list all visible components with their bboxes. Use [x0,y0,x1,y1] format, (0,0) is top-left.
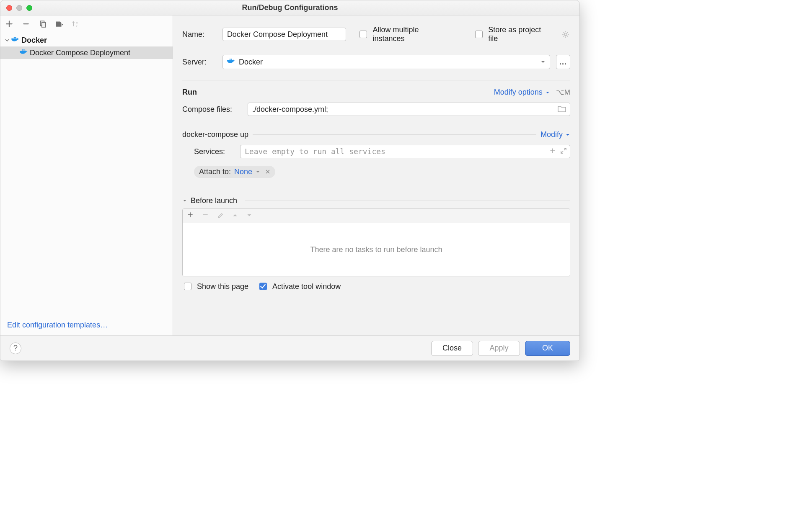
run-section-title: Run [182,88,197,97]
chevron-down-icon [182,196,187,205]
gear-icon[interactable] [561,30,570,39]
modify-link[interactable]: Modify [540,130,570,139]
content-split: az Docker Docker Compose [0,15,579,335]
titlebar: Run/Debug Configurations [0,0,579,15]
sort-config-icon[interactable]: az [72,19,81,28]
before-launch-empty: There are no tasks to run before launch [183,223,570,276]
svg-point-14 [564,33,567,36]
move-down-icon[interactable] [246,211,252,220]
store-project-checkbox[interactable]: Store as project file [473,26,553,43]
edit-templates-link[interactable]: Edit configuration templates… [0,321,173,335]
server-value: Docker [239,58,263,67]
divider [182,80,570,80]
run-section-head: Run Modify options ⌥M [182,88,570,97]
services-row: Services: [194,145,570,158]
remove-config-icon[interactable] [21,19,31,28]
attach-to-chip[interactable]: Attach to: None [194,166,275,178]
tree-group-label: Docker [21,36,47,45]
add-config-icon[interactable] [5,19,14,28]
close-icon[interactable] [265,167,270,176]
tree-item-docker-compose[interactable]: Docker Compose Deployment [0,46,173,59]
expand-icon[interactable] [560,147,567,156]
copy-config-icon[interactable] [38,19,47,28]
modify-options-link[interactable]: Modify options [494,88,550,97]
add-task-icon[interactable] [187,211,194,220]
chevron-down-icon [545,90,550,95]
modify-label: Modify [540,130,563,139]
activate-tool-input[interactable] [259,283,267,290]
dialog-window: Run/Debug Configurations az [0,0,580,361]
edit-task-icon[interactable] [217,211,224,220]
server-select[interactable]: Docker [222,55,550,69]
show-page-input[interactable] [184,283,191,290]
sidebar-toolbar: az [0,15,173,32]
svg-rect-12 [22,49,23,51]
compose-files-field[interactable] [248,103,570,116]
modify-options-shortcut: ⌥M [556,88,570,97]
close-button-label: Close [442,344,462,353]
svg-rect-1 [42,22,46,27]
svg-rect-18 [230,59,231,60]
svg-rect-19 [231,59,232,60]
edit-templates-link-text[interactable]: Edit configuration templates… [7,321,108,329]
folder-icon[interactable] [558,105,566,115]
before-launch-head[interactable]: Before launch [182,196,570,205]
svg-rect-8 [15,37,16,38]
compose-up-label: docker-compose up [182,130,248,139]
activate-tool-checkbox[interactable]: Activate tool window [258,281,341,291]
save-config-icon[interactable] [55,19,64,28]
allow-multiple-input[interactable] [359,31,367,38]
compose-files-label: Compose files: [182,105,242,114]
services-label: Services: [194,147,234,156]
compose-files-row: Compose files: [182,103,570,116]
sidebar: az Docker Docker Compose [0,15,173,335]
chevron-down-icon [565,132,570,137]
attach-to-value: None [234,167,252,176]
svg-text:a: a [76,20,78,24]
chevron-down-icon[interactable] [5,36,10,45]
remove-task-icon[interactable] [202,211,209,220]
attach-chip-row: Attach to: None [182,166,570,178]
before-launch-label: Before launch [191,196,237,205]
compose-up-head: docker-compose up Modify [182,130,570,139]
close-button[interactable]: Close [431,341,473,356]
svg-rect-13 [23,49,25,51]
config-tree[interactable]: Docker Docker Compose Deployment [0,32,173,321]
ok-button-label: OK [542,344,553,353]
move-up-icon[interactable] [232,211,238,220]
name-row: Name: Allow multiple instances Store as … [182,26,570,43]
apply-button[interactable]: Apply [478,341,520,356]
modify-options-label: Modify options [494,88,543,97]
footer-checks: Show this page Activate tool window [182,281,570,291]
before-launch-panel: There are no tasks to run before launch [182,209,570,276]
dialog-title: Run/Debug Configurations [0,3,579,12]
before-launch-toolbar [183,209,570,223]
show-page-checkbox[interactable]: Show this page [182,281,248,291]
docker-icon [20,48,28,58]
server-row: Server: Docker ... [182,55,570,69]
services-field[interactable] [240,145,570,158]
name-field[interactable] [222,28,347,41]
allow-multiple-checkbox[interactable]: Allow multiple instances [358,26,453,43]
dialog-buttons: Close Apply OK [431,341,570,356]
ok-button[interactable]: OK [525,341,570,356]
add-icon[interactable] [549,147,556,156]
help-icon[interactable]: ? [10,343,21,354]
form-panel: Name: Allow multiple instances Store as … [173,15,579,335]
bottom-bar: ? Close Apply OK [0,335,579,361]
store-project-input[interactable] [475,31,483,38]
attach-to-label: Attach to: [199,167,231,176]
activate-tool-label: Activate tool window [272,282,341,291]
store-project-label: Store as project file [488,26,553,43]
docker-icon [11,36,20,45]
allow-multiple-label: Allow multiple instances [372,26,453,43]
ellipsis-icon: ... [559,58,567,67]
server-more-button[interactable]: ... [556,55,570,69]
server-label: Server: [182,58,217,67]
svg-rect-7 [14,37,15,38]
tree-item-label: Docker Compose Deployment [30,49,130,57]
tree-group-docker[interactable]: Docker [0,34,173,46]
chevron-down-icon [540,58,546,67]
apply-button-label: Apply [489,344,508,353]
show-page-label: Show this page [197,282,248,291]
